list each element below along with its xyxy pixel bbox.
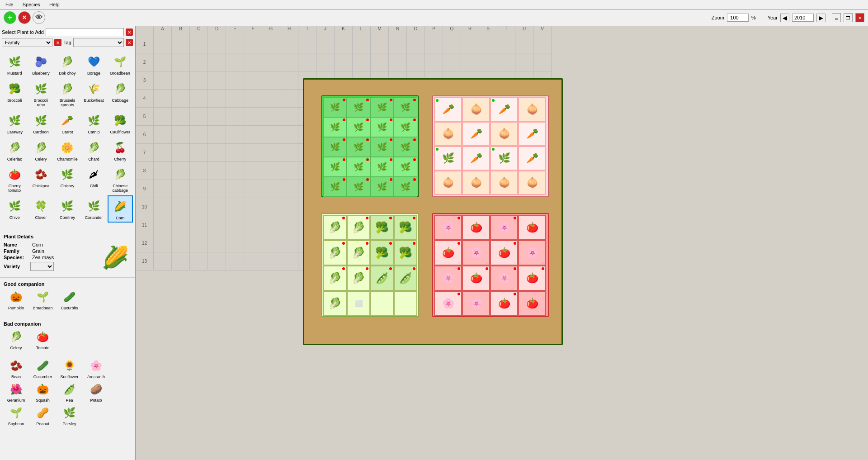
more-comp-potato[interactable]: 🥔Potato [84,381,108,403]
grid-cell-F12[interactable] [244,234,262,252]
grid-cell-C1[interactable] [190,35,208,53]
grid-cell-D8[interactable] [208,162,226,180]
grid-cell-A13[interactable] [154,252,172,270]
grid-cell-B5[interactable] [172,108,190,126]
plant-item-chamomile[interactable]: 🌼Chamomile [55,137,80,163]
grid-cell-U1[interactable] [515,35,533,53]
grid-cell-F2[interactable] [244,53,262,71]
tag-filter[interactable] [73,38,124,47]
grid-cell-E9[interactable] [226,180,244,198]
grid-cell-F4[interactable] [244,90,262,108]
grid-cell-L1[interactable] [353,35,371,53]
plant-item-carrot[interactable]: 🥕Carrot [55,110,80,136]
grid-cell-A6[interactable] [154,126,172,144]
plant-item-cardoon[interactable]: 🌿Cardoon [28,110,53,136]
grid-cell-F3[interactable] [244,71,262,90]
grid-cell-F10[interactable] [244,198,262,216]
grid-cell-O1[interactable] [407,35,425,53]
bed-bottom-right[interactable]: 🌸 🍅 🌸 🍅 🍅 🌸 🍅 🌸 🌸 🍅 🌸 🍅 🌸 🌸 [432,213,549,317]
menu-file[interactable]: File [4,1,15,8]
family-filter[interactable]: Family [2,38,52,47]
grid-cell-E5[interactable] [226,108,244,126]
grid-cell-R2[interactable] [461,53,479,71]
grid-cell-P1[interactable] [425,35,443,53]
grid-cell-C6[interactable] [190,126,208,144]
grid-cell-M2[interactable] [371,53,389,71]
grid-cell-D2[interactable] [208,53,226,71]
grid-cell-H1[interactable] [280,35,298,53]
plant-item-broccoli-rabe[interactable]: 🌿Broccoli rabe [28,78,53,109]
grid-cell-C12[interactable] [190,234,208,252]
grid-cell-E12[interactable] [226,234,244,252]
grid-cell-B10[interactable] [172,198,190,216]
grid-cell-D4[interactable] [208,90,226,108]
grid-cell-B2[interactable] [172,53,190,71]
grid-cell-Q1[interactable] [443,35,461,53]
bad-comp-celery[interactable]: 🥬Celery [4,328,28,350]
grid-cell-G13[interactable] [262,252,280,270]
grid-cell-C9[interactable] [190,180,208,198]
grid-cell-S1[interactable] [479,35,497,53]
grid-cell-E13[interactable] [226,252,244,270]
plant-name-input[interactable] [46,28,124,36]
grid-cell-H8[interactable] [280,162,298,180]
grid-cell-E2[interactable] [226,53,244,71]
grid-cell-R1[interactable] [461,35,479,53]
grid-cell-N2[interactable] [389,53,407,71]
plant-item-broadbean[interactable]: 🌱Broadbean [108,51,133,77]
plant-item-bok-choy[interactable]: 🥬Bok choy [55,51,80,77]
plant-item-chinese-cabbage[interactable]: 🥬Chinese cabbage [108,164,133,194]
delete-button[interactable]: × [18,11,31,24]
grid-cell-G7[interactable] [262,144,280,162]
plant-item-blueberry[interactable]: 🫐Blueberry [28,51,53,77]
grid-cell-B11[interactable] [172,216,190,234]
grid-cell-C3[interactable] [190,71,208,90]
grid-cell-G10[interactable] [262,198,280,216]
plant-item-chard[interactable]: 🥬Chard [81,137,106,163]
plant-item-buckwheat[interactable]: 🌾Buckwheat [81,78,106,109]
add-button[interactable]: + [4,11,16,24]
grid-cell-A7[interactable] [154,144,172,162]
year-prev[interactable]: ◀ [780,14,789,22]
more-comp-geranium[interactable]: 🌺Geranium [4,381,28,403]
grid-cell-F11[interactable] [244,216,262,234]
eye-button[interactable]: 👁 [33,11,45,24]
grid-cell-H7[interactable] [280,144,298,162]
plant-item-broccoli[interactable]: 🥦Broccoli [2,78,27,109]
grid-cell-B4[interactable] [172,90,190,108]
grid-cell-T2[interactable] [497,53,515,71]
more-comp-parsley[interactable]: 🌿Parsley [57,404,82,426]
grid-cell-K2[interactable] [335,53,353,71]
more-comp-cucumber[interactable]: 🥒Cucumber [30,357,55,379]
plant-item-caraway[interactable]: 🌿Caraway [2,110,27,136]
grid-cell-D6[interactable] [208,126,226,144]
grid-cell-A1[interactable] [154,35,172,53]
grid-cell-D10[interactable] [208,198,226,216]
maximize-window-button[interactable]: 🗖 [844,13,853,22]
plant-item-chili[interactable]: 🌶Chili [81,164,106,194]
grid-cell-C5[interactable] [190,108,208,126]
grid-cell-F5[interactable] [244,108,262,126]
grid-cell-S2[interactable] [479,53,497,71]
year-next[interactable]: ▶ [816,14,826,22]
grid-cell-B6[interactable] [172,126,190,144]
plant-item-chicory[interactable]: 🌿Chicory [55,164,80,194]
grid-cell-V2[interactable] [533,53,552,71]
grid-cell-D12[interactable] [208,234,226,252]
grid-cell-V1[interactable] [533,35,552,53]
grid-cell-E4[interactable] [226,90,244,108]
plant-item-clover[interactable]: 🍀Clover [28,195,53,223]
grid-cell-J1[interactable] [316,35,335,53]
close-window-button[interactable]: 🗕 [832,13,841,22]
more-comp-squash[interactable]: 🎃Squash [30,381,55,403]
grid-cell-H13[interactable] [280,252,298,270]
x-window-button[interactable]: ✕ [855,13,864,22]
grid-cell-Q2[interactable] [443,53,461,71]
grid-cell-A11[interactable] [154,216,172,234]
grid-cell-H2[interactable] [280,53,298,71]
good-comp-cucurbits[interactable]: 🥒Cucurbits [57,289,82,310]
plant-item-coriander[interactable]: 🌿Coriander [81,195,106,223]
grid-cell-H4[interactable] [280,90,298,108]
grid-cell-P2[interactable] [425,53,443,71]
plant-item-catnip[interactable]: 🌿Catnip [81,110,106,136]
